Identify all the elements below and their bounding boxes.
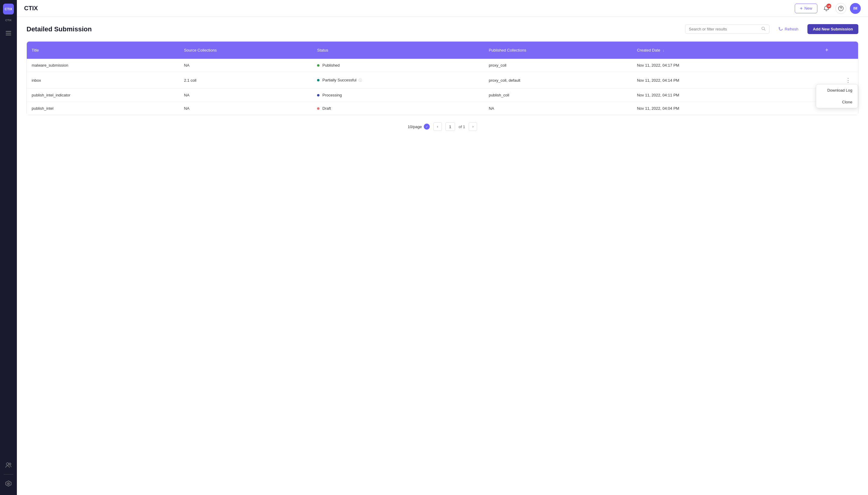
user-avatar[interactable]: IM xyxy=(850,3,861,14)
svg-rect-2 xyxy=(6,35,11,35)
page-header: Detailed Submission Refresh Add New Subm… xyxy=(27,24,858,34)
add-column-button[interactable]: + xyxy=(824,46,830,54)
svg-point-3 xyxy=(6,463,9,465)
cell-title: publish_intel xyxy=(27,102,179,115)
cell-source-collections: 2.1 coll xyxy=(179,72,313,89)
cell-title: malware_submission xyxy=(27,59,179,72)
cell-source-collections: NA xyxy=(179,102,313,115)
navbar-title: CTIX xyxy=(24,5,790,12)
table-header-row: Title Source Collections Status Publishe… xyxy=(27,41,858,59)
cell-created-date: Nov 11, 2022, 04:14 PM xyxy=(632,72,795,89)
navbar-actions: + New 18 IM xyxy=(795,3,861,14)
row-more-button[interactable]: ⋮ xyxy=(843,76,853,84)
page-content: Detailed Submission Refresh Add New Subm… xyxy=(17,17,868,495)
app-label: CTIX xyxy=(5,19,12,22)
svg-marker-6 xyxy=(7,482,10,485)
row-action-dropdown: Download Log Clone xyxy=(816,84,858,108)
cell-status: Processing xyxy=(312,89,484,102)
svg-point-8 xyxy=(840,9,841,10)
table-row: publish_intel NA Draft NA Nov 11, 2022, … xyxy=(27,102,858,115)
table-row: inbox 2.1 coll Partially Successful ⓘ pr… xyxy=(27,72,858,89)
pagination: 10/page ✓ ‹ 1 of 1 › xyxy=(27,122,858,136)
cell-published-collections: publish_coll xyxy=(484,89,632,102)
app-logo[interactable]: CTIX xyxy=(3,4,14,15)
cell-action: ⋮ Download Log Clone xyxy=(795,72,858,89)
svg-rect-0 xyxy=(6,31,11,32)
col-title: Title xyxy=(27,41,179,59)
col-status: Status xyxy=(312,41,484,59)
col-add: + xyxy=(795,41,858,59)
col-created-date[interactable]: Created Date ↓ xyxy=(632,41,795,59)
question-icon xyxy=(838,6,844,11)
refresh-button[interactable]: Refresh xyxy=(774,24,803,34)
cell-action xyxy=(795,59,858,72)
sidebar-divider xyxy=(4,474,13,475)
submissions-table-container: Title Source Collections Status Publishe… xyxy=(27,41,858,115)
cell-title: inbox xyxy=(27,72,179,89)
next-page-button[interactable]: › xyxy=(469,122,477,131)
cell-published-collections: NA xyxy=(484,102,632,115)
cell-title: publish_intel_indicator xyxy=(27,89,179,102)
svg-point-4 xyxy=(9,463,11,465)
cell-status: Partially Successful ⓘ xyxy=(312,72,484,89)
cell-source-collections: NA xyxy=(179,89,313,102)
status-dot xyxy=(317,64,319,67)
search-input[interactable] xyxy=(689,27,759,31)
page-title: Detailed Submission xyxy=(27,25,680,33)
info-icon: ⓘ xyxy=(359,79,362,82)
sidebar: CTIX CTIX xyxy=(0,0,17,495)
plus-icon: + xyxy=(800,6,803,11)
refresh-icon xyxy=(779,27,783,31)
cell-created-date: Nov 11, 2022, 04:17 PM xyxy=(632,59,795,72)
notification-button[interactable]: 18 xyxy=(821,3,832,14)
search-box xyxy=(685,24,769,34)
help-button[interactable] xyxy=(835,3,846,14)
cyware-logo-icon[interactable] xyxy=(3,478,14,489)
col-published-collections: Published Collections xyxy=(484,41,632,59)
per-page-check-icon: ✓ xyxy=(424,124,430,130)
notification-badge: 18 xyxy=(827,4,831,8)
col-source-collections: Source Collections xyxy=(179,41,313,59)
page-number-input[interactable]: 1 xyxy=(446,122,455,131)
cell-source-collections: NA xyxy=(179,59,313,72)
users-icon[interactable] xyxy=(3,460,14,471)
status-dot xyxy=(317,94,319,97)
new-button[interactable]: + New xyxy=(795,4,817,13)
cell-published-collections: proxy_coll xyxy=(484,59,632,72)
dropdown-item-clone[interactable]: Clone xyxy=(816,96,858,108)
per-page-selector[interactable]: 10/page ✓ xyxy=(408,124,430,130)
submissions-table: Title Source Collections Status Publishe… xyxy=(27,41,858,115)
sort-icon: ↓ xyxy=(662,49,664,52)
cell-created-date: Nov 11, 2022, 04:11 PM xyxy=(632,89,795,102)
table-row: publish_intel_indicator NA Processing pu… xyxy=(27,89,858,102)
cell-published-collections: proxy_coll, default xyxy=(484,72,632,89)
status-dot xyxy=(317,107,319,110)
main-content: CTIX + New 18 IM xyxy=(17,0,868,495)
prev-page-button[interactable]: ‹ xyxy=(433,122,442,131)
cell-status: Draft xyxy=(312,102,484,115)
page-of-total: of 1 xyxy=(459,124,465,129)
search-icon xyxy=(761,27,765,32)
svg-rect-1 xyxy=(6,33,11,33)
add-new-submission-button[interactable]: Add New Submission xyxy=(808,24,858,34)
cell-created-date: Nov 11, 2022, 04:04 PM xyxy=(632,102,795,115)
table-row: malware_submission NA Published proxy_co… xyxy=(27,59,858,72)
dropdown-item-download-log[interactable]: Download Log xyxy=(816,84,858,96)
navbar: CTIX + New 18 IM xyxy=(17,0,868,17)
cell-status: Published xyxy=(312,59,484,72)
hamburger-menu-icon[interactable] xyxy=(3,28,14,39)
status-dot xyxy=(317,79,319,81)
